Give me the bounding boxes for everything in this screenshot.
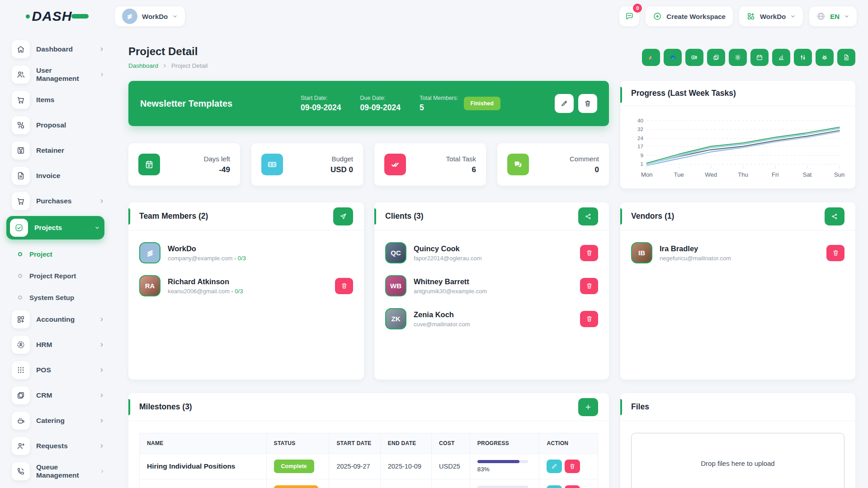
chevron-down-icon [790,14,796,19]
sidebar-item-accounting[interactable]: Accounting [12,309,104,330]
client-email: fapor22014@oglerau.com [414,255,482,262]
sidebar-item-projects[interactable]: Projects [6,216,104,239]
vendor-row: IB Ira Bradley negefuricu@mailinator.com [631,242,844,263]
copy-button[interactable] [707,49,725,66]
language-code: EN [830,13,840,20]
create-workspace-button[interactable]: Create Workspace [645,6,733,27]
chevron-right-icon [99,393,104,398]
sidebar-item-proposal[interactable]: Proposal [12,115,104,136]
messages-button[interactable]: 0 [619,6,640,27]
sidebar-subitem-project-report[interactable]: Project Report [18,266,104,286]
delete-milestone-button[interactable] [565,460,580,473]
edit-milestone-button[interactable] [547,485,562,488]
add-milestone-button[interactable] [578,398,598,416]
progress-chart-card: Progress (Last Week Tasks) 4032241791Mon… [620,81,855,188]
sidebar-subitem-project[interactable]: Project [18,244,104,264]
file-dropzone[interactable]: Drop files here to upload [631,433,844,488]
share-clients-button[interactable] [578,207,598,225]
coffee-icon [12,412,30,430]
breadcrumb-current: Project Detail [171,62,208,69]
chevron-down-icon [172,14,178,19]
svg-text:9: 9 [640,152,643,158]
sidebar-item-label: Catering [36,417,65,425]
sidebar-item-items[interactable]: Items [12,89,104,110]
dot-icon [18,296,22,300]
breadcrumb: Dashboard Project Detail [128,62,208,69]
sidebar-item-pos[interactable]: POS [12,360,104,380]
sidebar-item-label: Items [36,96,55,104]
team-member-row: WorkDo company@example.com - 0/3 [139,242,353,263]
card-title: Progress (Last Week Tasks) [631,89,736,98]
chevron-right-icon [99,418,104,423]
sidebar-item-retainer[interactable]: Retainer [12,140,104,161]
client-row: ZK Zenia Koch cuve@mailinator.com [385,308,598,329]
workspace-selector[interactable]: WorkDo [114,6,185,27]
chevron-right-icon [99,72,104,77]
settings-button[interactable] [729,49,747,66]
sidebar-item-hrm[interactable]: HRM [12,334,104,355]
sidebar-subitem-system-setup[interactable]: System Setup [18,287,104,307]
export-file-button[interactable] [837,49,855,66]
stat-label: Budget [330,155,353,163]
due-date-label: Due Date: [360,95,401,101]
sidebar-item-queue-management[interactable]: Queue Management [12,461,104,482]
remove-vendor-button[interactable] [826,245,844,261]
account-menu[interactable]: WorkDo [739,6,803,27]
floppy-icon [12,141,30,160]
edit-project-button[interactable] [555,94,574,113]
chevron-right-icon [162,63,167,68]
building-icon [125,12,134,21]
invite-member-button[interactable] [333,207,353,225]
column-header-end-date: End Date [380,433,431,454]
edit-milestone-button[interactable] [547,460,562,473]
client-name: Whitney Barrett [414,277,487,286]
onedrive-button[interactable] [664,49,682,66]
user-plus-icon [12,437,30,455]
member-email: keanu2006@gmail.com [168,288,230,295]
cart-icon [12,192,30,210]
app-logo: DASH [0,9,114,24]
sidebar-item-requests[interactable]: Requests [12,436,104,456]
share-vendors-button[interactable] [825,207,844,225]
grid-swap-icon [12,116,30,134]
grid-plus-icon [746,12,755,21]
chevron-down-icon [94,225,100,230]
calendar-button[interactable] [750,49,769,66]
stat-value: 6 [446,165,476,174]
bug-button[interactable] [816,49,834,66]
client-name: Zenia Koch [414,310,470,319]
stats-row: Days left -49 Budget USD 0 Total Task [128,143,609,186]
gdrive-button[interactable] [642,49,660,66]
remove-member-button[interactable] [335,278,353,294]
delete-project-button[interactable] [578,94,597,113]
svg-text:Sun: Sun [834,171,844,178]
sliders-button[interactable] [794,49,812,66]
sidebar-item-purchases[interactable]: Purchases [12,191,104,211]
column-header-action: Action [539,433,598,454]
video-plus-button[interactable] [685,49,703,66]
member-name: Richard Atkinson [168,277,243,286]
sidebar-item-user-management[interactable]: User Management [12,64,104,85]
remove-client-button[interactable] [580,311,598,327]
svg-text:1: 1 [640,161,643,167]
client-name: Quincy Cook [414,244,482,253]
sidebar-item-dashboard[interactable]: Dashboard [12,39,104,60]
dot-icon [18,252,22,256]
sidebar-subitem-label: Project Report [29,272,76,280]
sidebar-item-label: Dashboard [36,45,73,53]
remove-client-button[interactable] [580,278,598,294]
language-selector[interactable]: EN [809,6,857,27]
svg-text:40: 40 [637,117,644,123]
client-row: QC Quincy Cook fapor22014@oglerau.com [385,242,598,263]
dot-icon [18,274,22,278]
breadcrumb-dashboard-link[interactable]: Dashboard [128,62,158,69]
cart-icon [12,91,30,109]
chart-button[interactable] [772,49,790,66]
sidebar-item-catering[interactable]: Catering [12,410,104,431]
remove-client-button[interactable] [580,245,598,261]
sidebar-item-invoice[interactable]: Invoice [12,165,104,186]
avatar: IB [631,242,652,263]
card-title: Clients (3) [385,211,424,221]
delete-milestone-button[interactable] [565,485,580,488]
sidebar-item-crm[interactable]: CRM [12,385,104,406]
